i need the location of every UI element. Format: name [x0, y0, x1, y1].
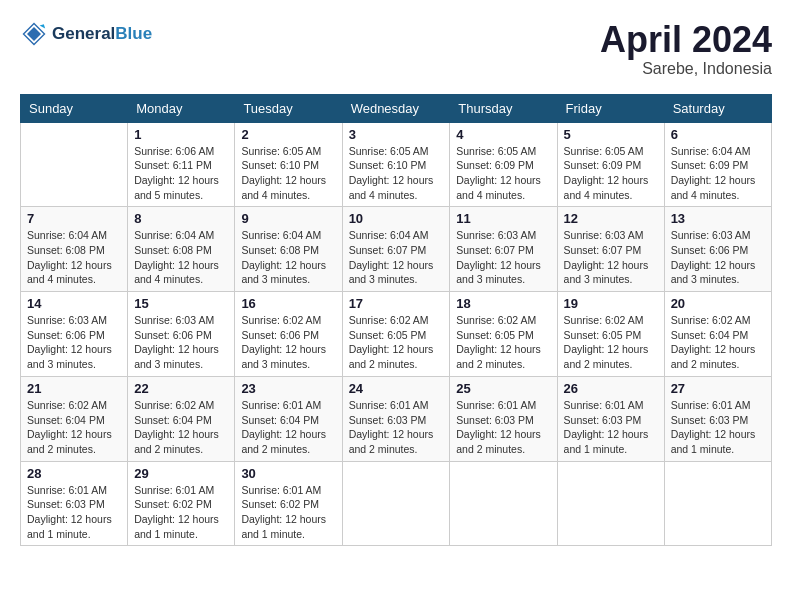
calendar-cell: 8Sunrise: 6:04 AMSunset: 6:08 PMDaylight…	[128, 207, 235, 292]
weekday-header-thursday: Thursday	[450, 94, 557, 122]
calendar-cell	[21, 122, 128, 207]
calendar-cell: 1Sunrise: 6:06 AMSunset: 6:11 PMDaylight…	[128, 122, 235, 207]
day-number: 8	[134, 211, 228, 226]
calendar-cell: 3Sunrise: 6:05 AMSunset: 6:10 PMDaylight…	[342, 122, 450, 207]
day-number: 26	[564, 381, 658, 396]
calendar-table: SundayMondayTuesdayWednesdayThursdayFrid…	[20, 94, 772, 547]
calendar-cell: 15Sunrise: 6:03 AMSunset: 6:06 PMDayligh…	[128, 292, 235, 377]
day-number: 20	[671, 296, 765, 311]
day-number: 25	[456, 381, 550, 396]
day-info: Sunrise: 6:04 AMSunset: 6:07 PMDaylight:…	[349, 228, 444, 287]
day-number: 14	[27, 296, 121, 311]
calendar-cell: 23Sunrise: 6:01 AMSunset: 6:04 PMDayligh…	[235, 376, 342, 461]
calendar-cell: 26Sunrise: 6:01 AMSunset: 6:03 PMDayligh…	[557, 376, 664, 461]
day-info: Sunrise: 6:05 AMSunset: 6:09 PMDaylight:…	[564, 144, 658, 203]
day-info: Sunrise: 6:03 AMSunset: 6:07 PMDaylight:…	[456, 228, 550, 287]
day-number: 16	[241, 296, 335, 311]
calendar-week-3: 14Sunrise: 6:03 AMSunset: 6:06 PMDayligh…	[21, 292, 772, 377]
calendar-cell: 11Sunrise: 6:03 AMSunset: 6:07 PMDayligh…	[450, 207, 557, 292]
location-subtitle: Sarebe, Indonesia	[600, 60, 772, 78]
weekday-header-sunday: Sunday	[21, 94, 128, 122]
day-info: Sunrise: 6:04 AMSunset: 6:09 PMDaylight:…	[671, 144, 765, 203]
calendar-cell: 9Sunrise: 6:04 AMSunset: 6:08 PMDaylight…	[235, 207, 342, 292]
day-number: 9	[241, 211, 335, 226]
day-number: 11	[456, 211, 550, 226]
day-info: Sunrise: 6:02 AMSunset: 6:05 PMDaylight:…	[456, 313, 550, 372]
calendar-cell	[557, 461, 664, 546]
calendar-cell: 6Sunrise: 6:04 AMSunset: 6:09 PMDaylight…	[664, 122, 771, 207]
month-title: April 2024	[600, 20, 772, 60]
day-info: Sunrise: 6:03 AMSunset: 6:06 PMDaylight:…	[27, 313, 121, 372]
day-number: 28	[27, 466, 121, 481]
calendar-cell: 20Sunrise: 6:02 AMSunset: 6:04 PMDayligh…	[664, 292, 771, 377]
day-info: Sunrise: 6:01 AMSunset: 6:02 PMDaylight:…	[241, 483, 335, 542]
day-info: Sunrise: 6:01 AMSunset: 6:03 PMDaylight:…	[456, 398, 550, 457]
calendar-cell: 13Sunrise: 6:03 AMSunset: 6:06 PMDayligh…	[664, 207, 771, 292]
calendar-cell: 21Sunrise: 6:02 AMSunset: 6:04 PMDayligh…	[21, 376, 128, 461]
calendar-cell: 4Sunrise: 6:05 AMSunset: 6:09 PMDaylight…	[450, 122, 557, 207]
weekday-header-friday: Friday	[557, 94, 664, 122]
day-number: 24	[349, 381, 444, 396]
day-info: Sunrise: 6:03 AMSunset: 6:06 PMDaylight:…	[134, 313, 228, 372]
calendar-cell: 17Sunrise: 6:02 AMSunset: 6:05 PMDayligh…	[342, 292, 450, 377]
day-info: Sunrise: 6:05 AMSunset: 6:09 PMDaylight:…	[456, 144, 550, 203]
day-info: Sunrise: 6:01 AMSunset: 6:04 PMDaylight:…	[241, 398, 335, 457]
day-info: Sunrise: 6:06 AMSunset: 6:11 PMDaylight:…	[134, 144, 228, 203]
day-number: 10	[349, 211, 444, 226]
day-info: Sunrise: 6:01 AMSunset: 6:03 PMDaylight:…	[27, 483, 121, 542]
calendar-cell: 30Sunrise: 6:01 AMSunset: 6:02 PMDayligh…	[235, 461, 342, 546]
calendar-cell	[450, 461, 557, 546]
calendar-cell: 7Sunrise: 6:04 AMSunset: 6:08 PMDaylight…	[21, 207, 128, 292]
day-number: 12	[564, 211, 658, 226]
calendar-week-1: 1Sunrise: 6:06 AMSunset: 6:11 PMDaylight…	[21, 122, 772, 207]
day-number: 4	[456, 127, 550, 142]
day-info: Sunrise: 6:01 AMSunset: 6:03 PMDaylight:…	[671, 398, 765, 457]
calendar-cell	[664, 461, 771, 546]
day-number: 6	[671, 127, 765, 142]
day-number: 3	[349, 127, 444, 142]
calendar-cell: 16Sunrise: 6:02 AMSunset: 6:06 PMDayligh…	[235, 292, 342, 377]
title-block: April 2024 Sarebe, Indonesia	[600, 20, 772, 78]
day-number: 15	[134, 296, 228, 311]
day-info: Sunrise: 6:01 AMSunset: 6:03 PMDaylight:…	[349, 398, 444, 457]
calendar-cell: 22Sunrise: 6:02 AMSunset: 6:04 PMDayligh…	[128, 376, 235, 461]
calendar-cell: 19Sunrise: 6:02 AMSunset: 6:05 PMDayligh…	[557, 292, 664, 377]
day-info: Sunrise: 6:02 AMSunset: 6:04 PMDaylight:…	[671, 313, 765, 372]
day-number: 17	[349, 296, 444, 311]
day-info: Sunrise: 6:04 AMSunset: 6:08 PMDaylight:…	[27, 228, 121, 287]
day-info: Sunrise: 6:02 AMSunset: 6:04 PMDaylight:…	[134, 398, 228, 457]
weekday-header-monday: Monday	[128, 94, 235, 122]
calendar-cell: 5Sunrise: 6:05 AMSunset: 6:09 PMDaylight…	[557, 122, 664, 207]
day-info: Sunrise: 6:02 AMSunset: 6:06 PMDaylight:…	[241, 313, 335, 372]
day-number: 23	[241, 381, 335, 396]
calendar-cell: 29Sunrise: 6:01 AMSunset: 6:02 PMDayligh…	[128, 461, 235, 546]
day-info: Sunrise: 6:02 AMSunset: 6:04 PMDaylight:…	[27, 398, 121, 457]
weekday-header-saturday: Saturday	[664, 94, 771, 122]
calendar-cell: 2Sunrise: 6:05 AMSunset: 6:10 PMDaylight…	[235, 122, 342, 207]
logo-icon	[20, 20, 48, 48]
calendar-week-2: 7Sunrise: 6:04 AMSunset: 6:08 PMDaylight…	[21, 207, 772, 292]
calendar-header-row: SundayMondayTuesdayWednesdayThursdayFrid…	[21, 94, 772, 122]
logo: GeneralBlue	[20, 20, 152, 48]
day-info: Sunrise: 6:02 AMSunset: 6:05 PMDaylight:…	[564, 313, 658, 372]
day-info: Sunrise: 6:01 AMSunset: 6:03 PMDaylight:…	[564, 398, 658, 457]
calendar-cell: 14Sunrise: 6:03 AMSunset: 6:06 PMDayligh…	[21, 292, 128, 377]
day-number: 29	[134, 466, 228, 481]
calendar-cell	[342, 461, 450, 546]
day-number: 27	[671, 381, 765, 396]
day-info: Sunrise: 6:05 AMSunset: 6:10 PMDaylight:…	[241, 144, 335, 203]
day-number: 2	[241, 127, 335, 142]
day-info: Sunrise: 6:03 AMSunset: 6:07 PMDaylight:…	[564, 228, 658, 287]
day-number: 30	[241, 466, 335, 481]
calendar-cell: 10Sunrise: 6:04 AMSunset: 6:07 PMDayligh…	[342, 207, 450, 292]
calendar-cell: 28Sunrise: 6:01 AMSunset: 6:03 PMDayligh…	[21, 461, 128, 546]
day-info: Sunrise: 6:05 AMSunset: 6:10 PMDaylight:…	[349, 144, 444, 203]
day-number: 21	[27, 381, 121, 396]
calendar-cell: 12Sunrise: 6:03 AMSunset: 6:07 PMDayligh…	[557, 207, 664, 292]
day-info: Sunrise: 6:02 AMSunset: 6:05 PMDaylight:…	[349, 313, 444, 372]
day-number: 18	[456, 296, 550, 311]
day-info: Sunrise: 6:03 AMSunset: 6:06 PMDaylight:…	[671, 228, 765, 287]
calendar-cell: 24Sunrise: 6:01 AMSunset: 6:03 PMDayligh…	[342, 376, 450, 461]
calendar-cell: 25Sunrise: 6:01 AMSunset: 6:03 PMDayligh…	[450, 376, 557, 461]
calendar-week-5: 28Sunrise: 6:01 AMSunset: 6:03 PMDayligh…	[21, 461, 772, 546]
